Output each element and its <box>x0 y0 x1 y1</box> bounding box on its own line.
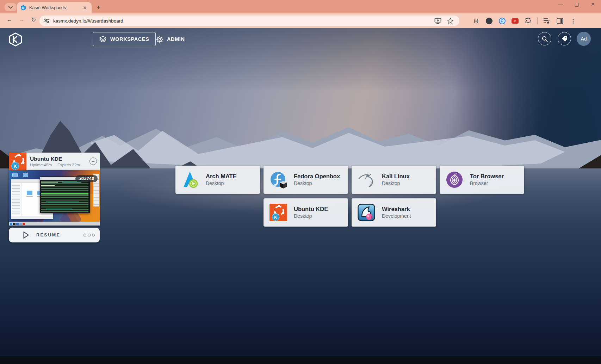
toolbar-separator <box>537 17 538 24</box>
session-expires: Expires 32m <box>57 163 80 167</box>
workspace-card-tor-browser[interactable]: Tor Browser Browser <box>440 166 524 194</box>
tab-kasm-workspaces[interactable]: K Kasm Workspaces ✕ <box>17 2 92 13</box>
side-panel-icon[interactable] <box>556 17 564 25</box>
kasm-logo-icon[interactable] <box>8 32 23 47</box>
install-icon[interactable] <box>434 18 441 24</box>
reload-icon[interactable]: ↻ <box>29 16 38 24</box>
workspace-subtitle: Browser <box>470 181 504 186</box>
kde-taskbar <box>9 222 100 226</box>
bookmark-star-icon[interactable] <box>447 18 454 24</box>
url-text: kasmx.dedyn.io/#/userdashboard <box>53 18 434 24</box>
playlist-music-icon[interactable] <box>543 17 551 25</box>
workspace-card-kali-linux[interactable]: Kali Linux Desktop <box>352 166 436 194</box>
arch-mate-icon <box>181 171 199 189</box>
nav-admin-button[interactable]: ADMIN <box>156 32 185 46</box>
wireshark-icon <box>358 204 375 221</box>
chevron-down-icon <box>8 6 13 9</box>
search-button[interactable] <box>538 32 551 45</box>
puzzle-icon[interactable] <box>524 17 532 25</box>
svg-text:K: K <box>22 6 25 10</box>
workspace-card-fedora-openbox[interactable]: Fedora Openbox Desktop <box>264 166 348 194</box>
desktop-folder-icon <box>12 173 18 177</box>
back-icon[interactable]: ← <box>5 16 14 23</box>
kebab-menu-icon[interactable]: ⋮ <box>569 18 577 24</box>
svg-text:K: K <box>13 164 17 169</box>
tab-close-icon[interactable]: ✕ <box>82 5 88 11</box>
workspace-title: Tor Browser <box>470 173 504 179</box>
braces-extension-icon[interactable]: {≡} <box>472 17 480 25</box>
workspace-title: Kali Linux <box>382 173 410 179</box>
workspace-subtitle: Development <box>382 214 411 219</box>
tag-icon <box>562 36 568 42</box>
maximize-button[interactable]: ▢ <box>574 1 580 7</box>
workspace-card-ubuntu-kde[interactable]: K Ubuntu KDE Desktop <box>264 198 348 227</box>
tab-strip: K Kasm Workspaces ✕ + — ▢ ✕ <box>0 0 601 13</box>
session-menu-icon[interactable] <box>83 234 95 236</box>
red-extension-icon[interactable]: » <box>511 17 519 25</box>
desktop-folder-icon <box>23 173 28 177</box>
session-card: K Ubuntu KDE Uptime 45m Expires 32m – <box>9 153 100 242</box>
workspace-card-wireshark[interactable]: Wireshark Development <box>352 198 436 227</box>
session-title: Ubuntu KDE <box>30 156 80 162</box>
resume-button[interactable]: RESUME <box>9 228 100 242</box>
search-icon <box>542 36 548 42</box>
gear-icon <box>156 36 163 43</box>
new-tab-button[interactable]: + <box>94 3 103 12</box>
blue-c-extension-icon[interactable]: C <box>498 17 506 25</box>
fedora-openbox-icon <box>269 171 287 189</box>
session-thumbnail[interactable]: a0a740 <box>9 170 100 226</box>
dark-extension-icon[interactable] <box>485 17 493 25</box>
ubuntu-kde-session-icon: K <box>9 153 26 170</box>
session-uptime: Uptime 45m <box>30 163 52 167</box>
session-id-badge: a0a740 <box>75 175 98 182</box>
pause-session-icon[interactable]: – <box>89 158 97 165</box>
kali-linux-icon <box>358 171 375 189</box>
svg-text:K: K <box>274 215 278 220</box>
bottom-shore <box>0 356 601 364</box>
play-icon <box>23 231 29 239</box>
workspace-subtitle: Desktop <box>382 181 410 186</box>
avatar[interactable]: Ad <box>577 32 591 46</box>
workspace-title: Wireshark <box>382 206 411 212</box>
workspace-subtitle: Desktop <box>206 181 237 186</box>
tab-title: Kasm Workspaces <box>29 5 82 10</box>
minimize-button[interactable]: — <box>557 1 564 7</box>
tag-button[interactable] <box>558 32 571 45</box>
ubuntu-kde-icon: K <box>269 204 287 221</box>
url-bar[interactable]: kasmx.dedyn.io/#/userdashboard <box>39 16 459 26</box>
session-header[interactable]: K Ubuntu KDE Uptime 45m Expires 32m – <box>9 153 100 170</box>
workspace-title: Arch MATE <box>206 173 237 179</box>
workspace-card-arch-mate[interactable]: Arch MATE Desktop <box>175 166 260 194</box>
tab-search-button[interactable] <box>5 3 17 11</box>
workspace-subtitle: Desktop <box>294 214 328 219</box>
browser-toolbar: ← → ↻ kasmx.dedyn.io/#/userdashboard {≡ <box>0 13 601 28</box>
workspace-subtitle: Desktop <box>294 181 340 186</box>
kasm-dashboard-page: WORKSPACES ADMIN Ad <box>0 28 601 364</box>
sky-top-shade <box>0 28 601 92</box>
workspace-title: Ubuntu KDE <box>294 206 328 212</box>
tor-browser-icon <box>446 171 463 189</box>
layers-icon <box>99 36 106 42</box>
site-info-icon[interactable] <box>44 18 50 23</box>
workspace-title: Fedora Openbox <box>294 173 340 179</box>
extension-row: {≡} C » ⋮ <box>472 16 577 25</box>
kasm-favicon-icon: K <box>20 5 26 11</box>
resume-label: RESUME <box>36 233 60 237</box>
nav-workspaces-label: WORKSPACES <box>110 36 149 42</box>
window-controls: — ▢ ✕ <box>557 1 596 7</box>
nav-admin-label: ADMIN <box>167 36 185 42</box>
browser-window: K Kasm Workspaces ✕ + — ▢ ✕ ← → ↻ kasmx.… <box>0 0 601 364</box>
close-button[interactable]: ✕ <box>590 1 596 7</box>
nav-workspaces-button[interactable]: WORKSPACES <box>93 32 156 46</box>
forward-icon[interactable]: → <box>17 16 26 23</box>
